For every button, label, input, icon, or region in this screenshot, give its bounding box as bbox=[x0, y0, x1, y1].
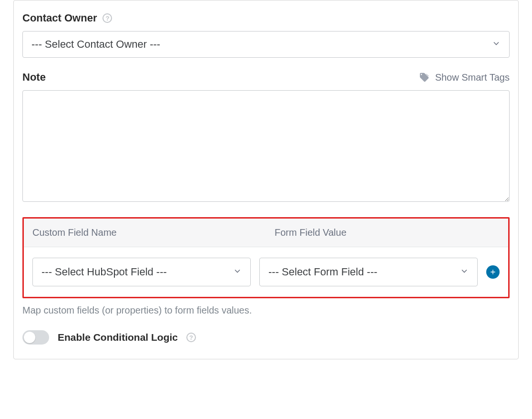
mapping-row: --- Select HubSpot Field --- --- Select … bbox=[24, 247, 508, 297]
help-icon[interactable]: ? bbox=[102, 13, 112, 23]
help-icon[interactable]: ? bbox=[186, 333, 196, 342]
contact-owner-label: Contact Owner bbox=[22, 12, 97, 24]
mapping-help-text: Map custom fields (or properties) to for… bbox=[22, 305, 510, 316]
contact-owner-select-wrap[interactable]: --- Select Contact Owner --- bbox=[22, 31, 510, 58]
form-field-select[interactable]: --- Select Form Field --- bbox=[259, 258, 478, 286]
contact-owner-group: Contact Owner ? --- Select Contact Owner… bbox=[22, 12, 510, 58]
custom-field-mapping: Custom Field Name Form Field Value --- S… bbox=[22, 217, 510, 298]
contact-owner-select[interactable]: --- Select Contact Owner --- bbox=[22, 31, 510, 58]
note-textarea[interactable] bbox=[22, 90, 510, 202]
form-field-select-wrap[interactable]: --- Select Form Field --- bbox=[259, 258, 478, 286]
settings-panel: Contact Owner ? --- Select Contact Owner… bbox=[13, 0, 519, 359]
toggle-knob bbox=[24, 332, 35, 343]
conditional-logic-row: Enable Conditional Logic ? bbox=[22, 330, 510, 345]
note-label-row: Note Show Smart Tags bbox=[22, 71, 510, 84]
conditional-logic-label: Enable Conditional Logic bbox=[58, 332, 178, 343]
note-label: Note bbox=[22, 71, 46, 84]
contact-owner-label-row: Contact Owner ? bbox=[22, 12, 510, 24]
add-mapping-button[interactable] bbox=[486, 265, 500, 279]
tag-icon bbox=[419, 72, 430, 83]
hubspot-field-select-wrap[interactable]: --- Select HubSpot Field --- bbox=[32, 258, 251, 286]
mapping-header: Custom Field Name Form Field Value bbox=[24, 219, 508, 247]
hubspot-field-select[interactable]: --- Select HubSpot Field --- bbox=[32, 258, 251, 286]
conditional-logic-toggle[interactable] bbox=[22, 330, 49, 345]
mapping-header-name: Custom Field Name bbox=[32, 227, 266, 238]
smart-tags-label: Show Smart Tags bbox=[435, 72, 510, 83]
note-group: Note Show Smart Tags bbox=[22, 71, 510, 204]
plus-icon bbox=[489, 268, 497, 276]
show-smart-tags-button[interactable]: Show Smart Tags bbox=[419, 72, 510, 83]
mapping-header-value: Form Field Value bbox=[266, 227, 500, 238]
